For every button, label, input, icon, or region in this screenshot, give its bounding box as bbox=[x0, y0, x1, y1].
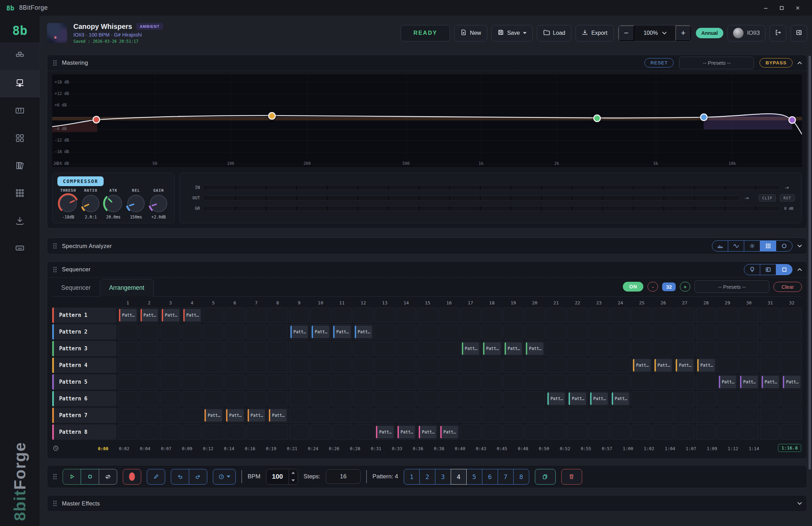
user-chip[interactable]: IOII3 bbox=[727, 25, 765, 41]
arrangement-cell[interactable] bbox=[653, 341, 674, 356]
drag-handle-icon[interactable] bbox=[53, 473, 57, 480]
length-decrease-button[interactable]: - bbox=[648, 282, 658, 292]
arrangement-cell[interactable] bbox=[460, 424, 481, 440]
arrangement-cell[interactable] bbox=[267, 341, 288, 356]
arrangement-cell[interactable] bbox=[225, 424, 245, 440]
arrangement-cell[interactable] bbox=[310, 408, 331, 423]
arrangement-cell[interactable] bbox=[203, 358, 224, 373]
arrangement-cell[interactable] bbox=[696, 408, 716, 423]
arrangement-cell[interactable] bbox=[546, 408, 566, 423]
pattern-block[interactable]: Patt… bbox=[440, 426, 458, 438]
arrangement-cell[interactable] bbox=[717, 408, 738, 423]
length-increase-button[interactable]: + bbox=[680, 282, 690, 292]
pattern-block[interactable]: Patt… bbox=[355, 326, 372, 338]
drag-handle-icon[interactable] bbox=[53, 60, 57, 66]
pattern-button-6[interactable]: 6 bbox=[482, 469, 498, 485]
arrangement-cell[interactable]: Patt… bbox=[653, 358, 674, 373]
arrangement-cell[interactable] bbox=[739, 308, 759, 323]
arrangement-cell[interactable] bbox=[310, 374, 331, 390]
arrangement-cell[interactable] bbox=[310, 424, 331, 440]
arrangement-cell[interactable] bbox=[160, 358, 181, 373]
arrangement-cell[interactable] bbox=[610, 308, 631, 323]
arrangement-cell[interactable] bbox=[653, 391, 674, 406]
arrangement-cell[interactable]: Patt… bbox=[246, 408, 267, 423]
bpm-spinner[interactable] bbox=[289, 469, 298, 484]
knob-rel[interactable]: REL150ms bbox=[125, 188, 147, 220]
scrollbar-thumb[interactable] bbox=[809, 56, 811, 470]
arrangement-cell[interactable]: Patt… bbox=[139, 308, 160, 323]
arrangement-cell[interactable] bbox=[160, 374, 181, 390]
arrangement-cell[interactable] bbox=[632, 341, 652, 356]
draw-tool-button[interactable] bbox=[147, 469, 165, 485]
pattern-block[interactable]: Patt… bbox=[483, 342, 501, 355]
arrangement-cell[interactable] bbox=[118, 374, 138, 390]
knob-gain[interactable]: GAIN+2.0dB bbox=[148, 188, 169, 220]
arrangement-cell[interactable] bbox=[375, 308, 395, 323]
arrangement-cell[interactable] bbox=[632, 424, 652, 440]
arrangement-cell[interactable] bbox=[567, 424, 588, 440]
arrangement-cell[interactable] bbox=[610, 424, 631, 440]
arrangement-cell[interactable] bbox=[353, 358, 374, 373]
pattern-row-label[interactable]: Pattern 4 bbox=[52, 358, 116, 373]
arrangement-cell[interactable] bbox=[760, 358, 781, 373]
arrangement-cell[interactable] bbox=[632, 408, 652, 423]
loop-on-toggle[interactable]: ON bbox=[623, 282, 643, 292]
logout-button[interactable] bbox=[770, 25, 786, 41]
arrangement-cell[interactable] bbox=[546, 308, 566, 323]
arrangement-cell[interactable] bbox=[739, 324, 759, 340]
arrangement-cell[interactable] bbox=[118, 358, 138, 373]
arrangement-cell[interactable] bbox=[353, 341, 374, 356]
arrangement-cell[interactable] bbox=[225, 374, 245, 390]
arrangement-cell[interactable] bbox=[567, 341, 588, 356]
arrangement-cell[interactable] bbox=[182, 391, 202, 406]
pattern-block[interactable]: Patt… bbox=[526, 342, 544, 355]
arrangement-cell[interactable] bbox=[396, 408, 417, 423]
arrangement-cell[interactable] bbox=[674, 424, 695, 440]
arrangement-cell[interactable] bbox=[632, 308, 652, 323]
eq-node-3[interactable] bbox=[593, 114, 601, 122]
pattern-block[interactable]: Patt… bbox=[654, 359, 672, 372]
arrangement-cell[interactable] bbox=[460, 308, 481, 323]
arrangement-cell[interactable] bbox=[332, 391, 352, 406]
sidebar-item-modules[interactable] bbox=[0, 125, 40, 152]
arrangement-cell[interactable] bbox=[118, 391, 138, 406]
reset-meter-button[interactable]: RST bbox=[780, 194, 795, 201]
arrangement-cell[interactable] bbox=[289, 391, 309, 406]
arrangement-cell[interactable] bbox=[460, 391, 481, 406]
save-button[interactable]: Save bbox=[491, 25, 532, 41]
arrangement-cell[interactable] bbox=[674, 374, 695, 390]
arrangement-cell[interactable] bbox=[503, 324, 524, 340]
sidebar-item-mastering[interactable] bbox=[0, 70, 40, 97]
arrangement-cell[interactable] bbox=[781, 308, 802, 323]
pattern-block[interactable]: Patt… bbox=[547, 392, 565, 405]
arrangement-cell[interactable] bbox=[524, 424, 545, 440]
arrangement-cell[interactable] bbox=[139, 408, 160, 423]
pattern-block[interactable]: Patt… bbox=[333, 326, 351, 338]
pattern-button-3[interactable]: 3 bbox=[435, 469, 451, 485]
arrangement-cell[interactable] bbox=[524, 324, 545, 340]
copy-pattern-button[interactable] bbox=[535, 469, 556, 485]
arrangement-cell[interactable] bbox=[160, 324, 181, 340]
arrangement-cell[interactable] bbox=[546, 358, 566, 373]
scrollbar[interactable] bbox=[809, 16, 811, 526]
arrangement-cell[interactable] bbox=[674, 324, 695, 340]
arrangement-cell[interactable] bbox=[246, 391, 267, 406]
arrangement-cell[interactable]: Patt… bbox=[203, 408, 224, 423]
arrangement-cell[interactable] bbox=[139, 391, 160, 406]
arrangement-cell[interactable] bbox=[353, 408, 374, 423]
arrangement-cell[interactable] bbox=[460, 358, 481, 373]
arrangement-cell[interactable] bbox=[653, 324, 674, 340]
arrangement-cell[interactable]: Patt… bbox=[118, 308, 138, 323]
pattern-row-label[interactable]: Pattern 5 bbox=[52, 374, 116, 390]
arrangement-cell[interactable] bbox=[546, 424, 566, 440]
arrangement-cell[interactable] bbox=[310, 341, 331, 356]
arrangement-cell[interactable] bbox=[118, 324, 138, 340]
arrangement-cell[interactable]: Patt… bbox=[289, 324, 309, 340]
pattern-block[interactable]: Patt… bbox=[633, 359, 651, 372]
arrangement-cell[interactable] bbox=[289, 408, 309, 423]
arrangement-cell[interactable] bbox=[353, 308, 374, 323]
arrangement-cell[interactable] bbox=[417, 408, 438, 423]
arrangement-cell[interactable] bbox=[375, 358, 395, 373]
pattern-block[interactable]: Patt… bbox=[762, 376, 779, 388]
arrangement-cell[interactable] bbox=[439, 374, 459, 390]
